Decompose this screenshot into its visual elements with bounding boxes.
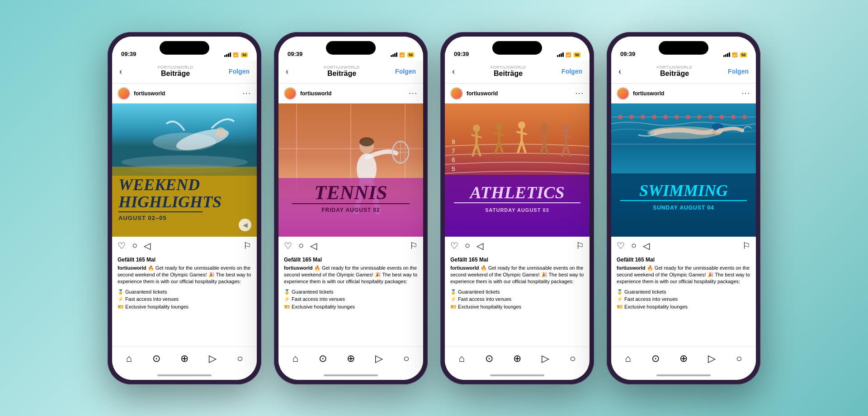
share-icon-1[interactable]: ◁ (144, 240, 151, 251)
reels-nav-icon-4[interactable]: ▷ (708, 353, 716, 365)
wifi-icon-2: 📶 (399, 52, 405, 57)
post-menu-1[interactable]: ··· (243, 89, 251, 98)
nav-bar-4: ‹ FORTIUSWORLD Beiträge Folgen (611, 60, 756, 84)
add-nav-icon-2[interactable]: ⊕ (347, 353, 355, 365)
svg-text:HIGHLIGHTS: HIGHLIGHTS (118, 193, 222, 211)
caption-bullets-1: 🥇 Guaranteed tickets ⚡ Fast access into … (118, 288, 251, 311)
share-icon-3[interactable]: ◁ (476, 240, 483, 251)
search-nav-icon-2[interactable]: ⊙ (319, 353, 327, 365)
post-menu-2[interactable]: ··· (409, 89, 418, 98)
nav-bar-1: ‹ FORTIUSWORLD Beiträge Folgen (112, 60, 257, 84)
follow-button-1[interactable]: Folgen (229, 68, 250, 75)
home-nav-icon-3[interactable]: ⌂ (458, 353, 464, 365)
svg-point-47 (629, 115, 634, 119)
share-icon-2[interactable]: ◁ (310, 240, 317, 251)
svg-text:WEEKEND: WEEKEND (118, 176, 200, 194)
action-left-4: ♡ ○ ◁ (617, 240, 650, 251)
nav-account-4: FORTIUSWORLD (657, 65, 693, 70)
like-icon-3[interactable]: ♡ (450, 240, 458, 251)
post-actions-4: ♡ ○ ◁ ⚐ (611, 237, 756, 255)
back-button-1[interactable]: ‹ (119, 67, 122, 76)
phone-4: 09:39 📶 52 ‹ FORTIUSWORLD Beiträge (607, 32, 760, 384)
follow-button-2[interactable]: Folgen (395, 68, 416, 75)
bookmark-icon-2[interactable]: ⚐ (410, 240, 418, 251)
reels-nav-icon-1[interactable]: ▷ (209, 353, 217, 365)
signal-icon-1 (224, 52, 231, 57)
profile-nav-icon-1[interactable]: ○ (237, 353, 243, 365)
post-svg-3: 5 6 7 9 (445, 103, 590, 237)
comment-icon-2[interactable]: ○ (298, 240, 304, 251)
reels-nav-icon-2[interactable]: ▷ (375, 353, 383, 365)
search-nav-icon-4[interactable]: ⊙ (651, 353, 660, 365)
bullet-2-1: 🥇 Guaranteed tickets (284, 288, 418, 296)
battery-1: 52 (241, 52, 248, 57)
home-nav-icon-2[interactable]: ⌂ (292, 353, 298, 365)
comment-icon-4[interactable]: ○ (631, 240, 637, 251)
action-left-2: ♡ ○ ◁ (284, 240, 317, 251)
post-actions-2: ♡ ○ ◁ ⚐ (278, 237, 423, 255)
post-svg-2: TENNIS FRIDAY AUGUST 02 (278, 103, 423, 237)
username-3: fortiusworld (467, 90, 498, 97)
bookmark-icon-3[interactable]: ⚐ (576, 240, 584, 251)
svg-point-54 (708, 115, 713, 119)
svg-point-50 (663, 115, 668, 119)
svg-point-57 (742, 115, 747, 119)
add-nav-icon-1[interactable]: ⊕ (180, 353, 189, 365)
comment-icon-1[interactable]: ○ (132, 240, 137, 251)
home-nav-icon-1[interactable]: ⌂ (126, 353, 132, 365)
home-bar-3 (490, 374, 544, 376)
follow-button-4[interactable]: Folgen (728, 68, 749, 75)
post-user-2: fortiusworld (284, 87, 331, 100)
status-time-4: 09:39 (620, 51, 635, 57)
likes-count-1: Gefällt 165 Mal (118, 257, 251, 263)
home-bar-4 (656, 374, 711, 376)
profile-nav-icon-2[interactable]: ○ (403, 353, 409, 365)
username-2: fortiusworld (300, 90, 331, 97)
comment-icon-3[interactable]: ○ (465, 240, 470, 251)
bullet-2-3: 🎫 Exclusive hospitality lounges (284, 303, 418, 311)
home-nav-icon-4[interactable]: ⌂ (625, 353, 631, 365)
nav-title-2: Beiträge (324, 70, 360, 78)
svg-point-5 (215, 127, 226, 138)
nav-center-1: FORTIUSWORLD Beiträge (158, 65, 193, 78)
caption-text-1: fortiusworld 🔥 Get ready for the unmissa… (118, 265, 251, 285)
post-header-1: fortiusworld ··· (112, 84, 257, 103)
search-nav-icon-3[interactable]: ⊙ (485, 353, 493, 365)
profile-nav-icon-3[interactable]: ○ (570, 353, 576, 365)
scroll-indicator-1[interactable]: ◀ (239, 219, 251, 231)
phone-1: 09:39 📶 52 ‹ FORTIUSWORLD Beiträge (108, 32, 261, 384)
back-button-3[interactable]: ‹ (452, 67, 455, 76)
add-nav-icon-3[interactable]: ⊕ (513, 353, 521, 365)
home-bar-1 (157, 374, 212, 376)
post-menu-3[interactable]: ··· (576, 89, 584, 98)
bottom-nav-4: ⌂ ⊙ ⊕ ▷ ○ (611, 346, 756, 371)
like-icon-1[interactable]: ♡ (118, 240, 126, 251)
share-icon-4[interactable]: ◁ (643, 240, 650, 251)
profile-nav-icon-4[interactable]: ○ (736, 353, 742, 365)
svg-point-51 (675, 115, 679, 119)
nav-account-2: FORTIUSWORLD (324, 65, 360, 70)
like-icon-2[interactable]: ♡ (284, 240, 292, 251)
add-nav-icon-4[interactable]: ⊕ (679, 353, 688, 365)
dynamic-island-1 (160, 41, 209, 55)
battery-2: 52 (407, 52, 414, 57)
signal-icon-3 (557, 52, 564, 57)
post-caption-1: Gefällt 165 Mal fortiusworld 🔥 Get ready… (112, 255, 257, 346)
like-icon-4[interactable]: ♡ (617, 240, 625, 251)
follow-button-3[interactable]: Folgen (561, 68, 582, 75)
svg-point-48 (641, 115, 645, 119)
back-button-2[interactable]: ‹ (286, 67, 288, 76)
svg-point-53 (697, 115, 702, 119)
post-menu-4[interactable]: ··· (742, 89, 750, 98)
bookmark-icon-4[interactable]: ⚐ (742, 240, 750, 251)
search-nav-icon-1[interactable]: ⊙ (152, 353, 160, 365)
home-indicator-3 (445, 371, 590, 380)
bullet-1-2: ⚡ Fast access into venues (118, 295, 251, 303)
bookmark-icon-1[interactable]: ⚐ (243, 240, 251, 251)
phone-3: 09:39 📶 52 ‹ FORTIUSWORLD Beiträge (440, 32, 594, 384)
svg-text:6: 6 (452, 156, 455, 164)
back-button-4[interactable]: ‹ (618, 67, 621, 76)
status-icons-1: 📶 52 (224, 52, 248, 57)
reels-nav-icon-3[interactable]: ▷ (542, 353, 549, 365)
svg-text:SWIMMING: SWIMMING (639, 182, 728, 200)
